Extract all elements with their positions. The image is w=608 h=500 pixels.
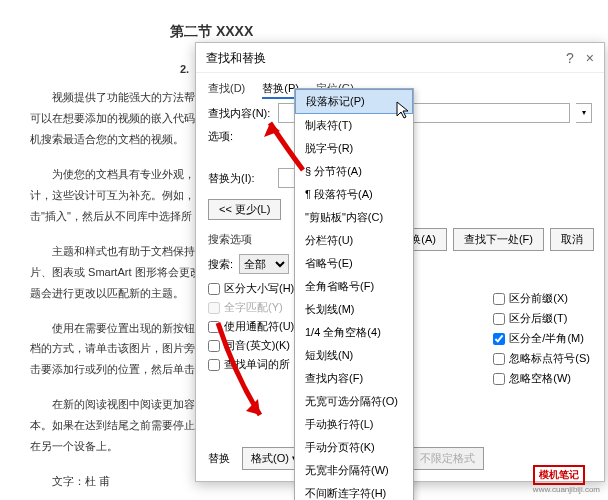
menu-item-section[interactable]: § 分节符(A) [295, 160, 413, 183]
close-icon[interactable]: × [586, 43, 594, 73]
chk-space[interactable]: 忽略空格(W) [493, 371, 590, 386]
menu-item-quarter-em[interactable]: 1/4 全角空格(4) [295, 321, 413, 344]
menu-item-ellipsis[interactable]: 省略号(E) [295, 252, 413, 275]
find-next-button[interactable]: 查找下一处(F) [453, 228, 544, 251]
find-label: 查找内容(N): [208, 106, 272, 121]
menu-item-column-break[interactable]: 分栏符(U) [295, 229, 413, 252]
special-format-menu: 段落标记(P) 制表符(T) 脱字号(R) § 分节符(A) ¶ 段落符号(A)… [294, 88, 414, 500]
logo-url: www.cuanjibiji.com [533, 485, 600, 494]
menu-item-paragraph-mark[interactable]: 段落标记(P) [295, 89, 413, 114]
tab-find[interactable]: 查找(D) [208, 82, 245, 94]
options-label: 选项: [208, 129, 272, 144]
doc-title: 第二节 XXXX [170, 18, 578, 45]
logo-text: 模机笔记 [533, 465, 585, 485]
menu-item-nobreak-sep[interactable]: 无宽非分隔符(W) [295, 459, 413, 482]
menu-item-manual-pb[interactable]: 手动分页符(K) [295, 436, 413, 459]
menu-item-endash[interactable]: 短划线(N) [295, 344, 413, 367]
help-icon[interactable]: ? [566, 43, 574, 73]
replace-label: 替换为(I): [208, 171, 272, 186]
chk-suffix[interactable]: 区分后缀(T) [493, 311, 590, 326]
less-options-button[interactable]: << 更少(L) [208, 199, 281, 220]
search-direction-select[interactable]: 全部 [239, 254, 289, 274]
menu-item-opt-break[interactable]: 无宽可选分隔符(O) [295, 390, 413, 413]
dialog-titlebar: 查找和替换 ? × [196, 43, 604, 73]
cancel-button[interactable]: 取消 [550, 228, 594, 251]
replace-section-label: 替换 [208, 451, 230, 466]
chk-punct[interactable]: 忽略标点符号(S) [493, 351, 590, 366]
no-limit-button: 不限定格式 [411, 447, 484, 470]
chk-fullhalf[interactable]: 区分全/半角(M) [493, 331, 590, 346]
chk-prefix[interactable]: 区分前缀(X) [493, 291, 590, 306]
menu-item-manual-lb[interactable]: 手动换行符(L) [295, 413, 413, 436]
menu-item-find-content[interactable]: 查找内容(F) [295, 367, 413, 390]
menu-item-nb-hyphen[interactable]: 不间断连字符(H) [295, 482, 413, 500]
search-direction-label: 搜索: [208, 257, 233, 272]
menu-item-caret[interactable]: 脱字号(R) [295, 137, 413, 160]
watermark-logo: 模机笔记 www.cuanjibiji.com [533, 465, 600, 494]
checkbox-right: 区分前缀(X) 区分后缀(T) 区分全/半角(M) 忽略标点符号(S) 忽略空格… [493, 291, 590, 391]
dialog-title: 查找和替换 [206, 43, 266, 73]
menu-item-para-symbol[interactable]: ¶ 段落符号(A) [295, 183, 413, 206]
action-buttons: 替换(A) 查找下一处(F) 取消 [388, 228, 594, 251]
menu-item-tab[interactable]: 制表符(T) [295, 114, 413, 137]
menu-item-full-ellipsis[interactable]: 全角省略号(F) [295, 275, 413, 298]
menu-item-clipboard[interactable]: "剪贴板"内容(C) [295, 206, 413, 229]
dropdown-icon[interactable]: ▾ [576, 103, 592, 123]
menu-item-emdash[interactable]: 长划线(M) [295, 298, 413, 321]
